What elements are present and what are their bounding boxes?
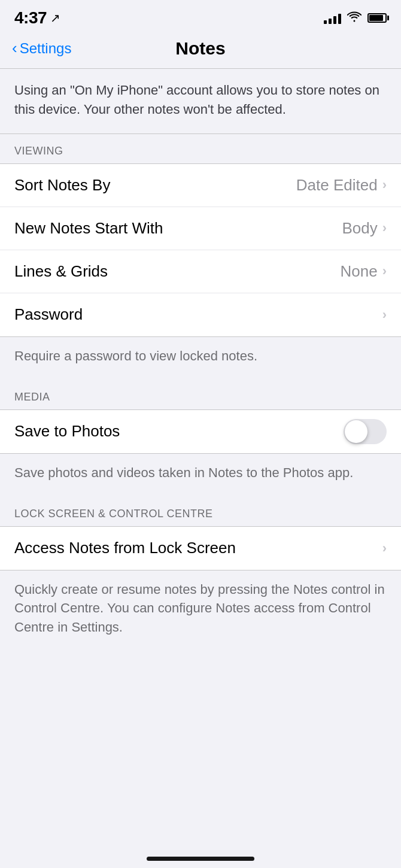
spacer (0, 651, 401, 847)
status-left: 4:37 ↗ (14, 8, 60, 28)
lock-screen-section-header: LOCK SCREEN & CONTROL CENTRE (0, 497, 401, 526)
chevron-right-icon: › (382, 307, 387, 323)
media-footer: Save photos and videos taken in Notes to… (0, 454, 401, 497)
on-my-iphone-description: Using an "On My iPhone" account allows y… (0, 69, 401, 134)
wifi-icon (347, 11, 361, 25)
lock-screen-footer: Quickly create or resume notes by pressi… (0, 570, 401, 652)
new-notes-start-with-row[interactable]: New Notes Start With Body › (0, 207, 401, 250)
chevron-right-icon: › (382, 541, 387, 556)
home-bar (147, 857, 254, 861)
signal-bars-icon (324, 12, 341, 24)
media-settings-group: Save to Photos (0, 409, 401, 454)
new-notes-start-with-label: New Notes Start With (14, 219, 163, 238)
sort-notes-by-value: Date Edited › (296, 176, 387, 195)
status-bar: 4:37 ↗ (0, 0, 401, 32)
home-indicator (0, 847, 401, 868)
password-footer: Require a password to view locked notes. (0, 337, 401, 380)
save-to-photos-row: Save to Photos (0, 410, 401, 453)
password-label: Password (14, 305, 83, 324)
password-row[interactable]: Password › (0, 293, 401, 336)
location-icon: ↗ (50, 11, 60, 25)
lines-grids-label: Lines & Grids (14, 262, 108, 281)
status-right (324, 11, 387, 25)
save-to-photos-toggle[interactable] (344, 419, 387, 444)
access-notes-lock-screen-value: › (382, 541, 387, 556)
back-label: Settings (20, 40, 72, 57)
chevron-right-icon: › (382, 263, 387, 279)
battery-icon (367, 13, 387, 23)
nav-bar: ‹ Settings Notes (0, 32, 401, 69)
viewing-section-header: VIEWING (0, 134, 401, 163)
lines-grids-value: None › (341, 262, 387, 281)
sort-notes-by-label: Sort Notes By (14, 176, 110, 195)
toggle-thumb (345, 420, 367, 443)
page-wrapper: 4:37 ↗ ‹ Settings Notes (0, 0, 401, 868)
new-notes-start-with-value: Body › (342, 219, 387, 238)
battery-fill (369, 15, 383, 21)
chevron-right-icon: › (382, 177, 387, 193)
access-notes-lock-screen-row[interactable]: Access Notes from Lock Screen › (0, 527, 401, 570)
chevron-right-icon: › (382, 220, 387, 236)
back-chevron-icon: ‹ (12, 39, 17, 57)
status-time: 4:37 (14, 8, 47, 28)
sort-notes-by-row[interactable]: Sort Notes By Date Edited › (0, 164, 401, 207)
save-to-photos-label: Save to Photos (14, 422, 120, 441)
lock-screen-settings-group: Access Notes from Lock Screen › (0, 526, 401, 570)
viewing-settings-group: Sort Notes By Date Edited › New Notes St… (0, 163, 401, 337)
access-notes-lock-screen-label: Access Notes from Lock Screen (14, 539, 236, 557)
page-title: Notes (175, 38, 225, 59)
media-section-header: MEDIA (0, 380, 401, 409)
lines-grids-row[interactable]: Lines & Grids None › (0, 250, 401, 293)
password-value: › (382, 307, 387, 323)
back-button[interactable]: ‹ Settings (12, 40, 71, 57)
